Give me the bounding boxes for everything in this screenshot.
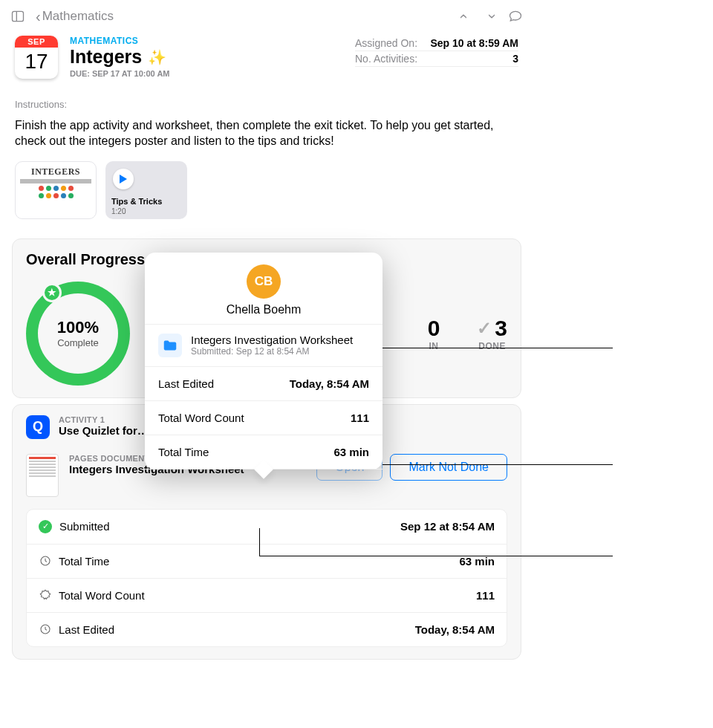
popover-edited-label: Last Edited [158,377,214,390]
popover-words-label: Total Word Count [158,412,244,424]
edited-label: Last Edited [59,623,114,636]
callout-line [382,348,613,348]
callout-line [382,464,613,465]
prev-icon[interactable]: ‹ [458,9,472,24]
star-badge-icon: ★ [42,283,62,302]
popover-row-words: Total Word Count 111 [145,401,382,435]
row-last-edited: Last Edited Today, 8:54 AM [27,613,507,646]
popover-file-sub: Submitted: Sep 12 at 8:54 AM [191,346,353,357]
badge-icon [39,589,51,602]
progress-donut: ★ 100% Complete [26,282,130,386]
back-label: Mathematics [42,9,114,24]
svg-rect-0 [13,11,24,21]
video-duration: 1:20 [111,207,126,215]
attachments-row: INTEGERS Tips & Tricks 1:20 [0,155,533,233]
chevron-left-icon: ‹ [36,9,41,24]
attachment-video[interactable]: Tips & Tricks 1:20 [105,161,187,219]
assignment-title: Integers [70,46,142,68]
student-name: Chella Boehm [158,303,369,316]
instructions-section: Instructions: Finish the app activity an… [0,88,533,155]
popover-words-value: 111 [351,412,369,424]
calendar-badge: SEP 17 [15,36,58,79]
edited-value: Today, 8:54 AM [415,623,495,636]
popover-edited-value: Today, 8:54 AM [290,377,369,390]
sparkle-icon: ✨ [148,48,166,66]
time-label: Total Time [59,555,109,568]
assignment-header: SEP 17 MATHEMATICS Integers ✨ DUE: SEP 1… [0,33,533,88]
row-submitted: ✓ Submitted Sep 12 at 8:54 AM [27,510,507,545]
activities-label: No. Activities: [355,53,417,65]
clock-icon [39,555,51,568]
student-avatar: CB [247,264,281,299]
sidebar-toggle-icon[interactable] [10,9,25,24]
assigned-on-value: Sep 10 at 8:59 AM [430,37,518,49]
submitted-value: Sep 12 at 8:54 AM [400,520,495,533]
callout-line [259,528,260,556]
words-label: Total Word Count [59,589,145,602]
row-word-count: Total Word Count 111 [27,579,507,613]
popover-time-label: Total Time [158,446,209,458]
activity-name: Use Quizlet for… [59,424,149,437]
due-date: DUE: SEP 17 AT 10:00 AM [70,69,170,78]
stat-mid-value: 0 [428,316,440,341]
attachment-poster[interactable]: INTEGERS [15,161,97,219]
comment-icon[interactable] [508,9,523,24]
assigned-on-label: Assigned On: [355,37,417,49]
popover-time-value: 63 min [333,446,369,458]
submitted-label: Submitted [59,520,110,533]
video-name: Tips & Tricks [111,197,162,206]
popover-file-row[interactable]: Integers Investigation Worksheet Submitt… [145,325,382,367]
stat-mid-label: IN [428,341,440,351]
calendar-day: 17 [15,48,58,74]
app-window: ‹ Mathematics ‹ ‹ SEP 17 MATHEMATICS Int… [0,0,533,728]
pages-document-thumb [26,454,59,497]
check-icon: ✓ [477,318,492,339]
calendar-month: SEP [15,36,58,48]
assignment-meta: Assigned On: Sep 10 at 8:59 AM No. Activ… [355,36,518,67]
folder-icon [158,334,182,357]
progress-percent: 100% [57,318,99,337]
popover-file-title: Integers Investigation Worksheet [191,334,353,346]
checkmark-circle-icon: ✓ [39,520,52,533]
instructions-body: Finish the app activity and worksheet, t… [15,117,518,149]
top-nav: ‹ Mathematics ‹ ‹ [0,0,533,33]
next-icon[interactable]: ‹ [483,9,498,24]
stat-done-label: DONE [477,341,507,351]
words-value: 111 [476,589,495,602]
activity-stats: ✓ Submitted Sep 12 at 8:54 AM Total Time… [26,509,507,647]
stat-in-progress: 0 IN [428,316,440,351]
row-total-time: Total Time 63 min [27,545,507,579]
popover-row-edited: Last Edited Today, 8:54 AM [145,367,382,401]
stat-done-value: 3 [495,316,507,341]
clock-icon [39,623,51,636]
callout-line [259,556,613,556]
quizlet-app-icon: Q [26,415,50,439]
mark-not-done-button[interactable]: Mark Not Done [390,454,507,481]
student-popover: CB Chella Boehm Integers Investigation W… [145,253,382,469]
time-value: 63 min [459,555,495,568]
activities-value: 3 [512,53,518,65]
play-icon [113,169,134,189]
activity-kicker: ACTIVITY 1 [59,415,149,424]
back-button[interactable]: ‹ Mathematics [36,9,114,24]
progress-complete-label: Complete [57,337,99,348]
stat-done: ✓3 DONE [477,316,507,351]
instructions-label: Instructions: [15,98,518,111]
poster-title: INTEGERS [31,166,80,178]
subject-chip: MATHEMATICS [70,36,170,46]
